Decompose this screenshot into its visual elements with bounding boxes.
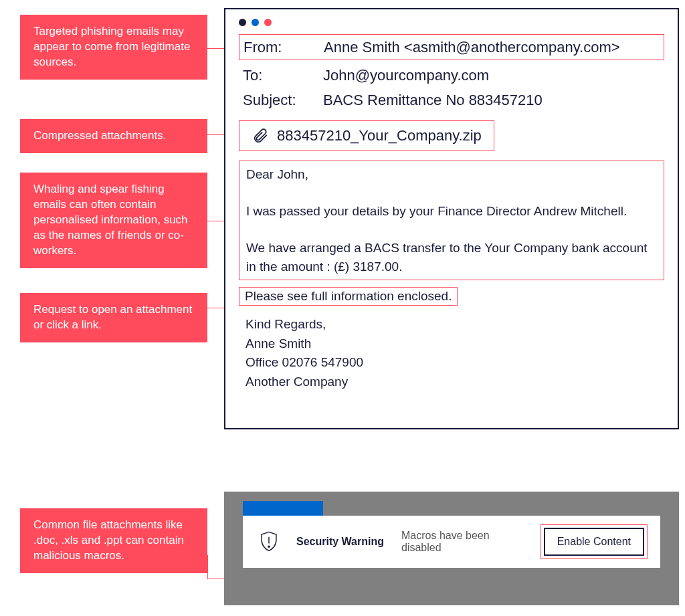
signature-block: Kind Regards, Anne Smith Office 02076 54… <box>239 315 664 391</box>
enable-content-button[interactable]: Enable Content <box>544 528 644 556</box>
macro-warning-window: Security Warning Macros have been disabl… <box>224 492 679 605</box>
callout-text: Common file attachments like .doc, .xls … <box>33 518 184 562</box>
attachment-row[interactable]: 883457210_Your_Company.zip <box>239 120 494 151</box>
to-value: John@yourcompany.com <box>323 64 489 86</box>
signature-phone: Office 02076 547900 <box>246 353 664 373</box>
close-dot-icon <box>239 19 246 26</box>
subject-label: Subject: <box>243 89 323 111</box>
security-warning-message: Macros have been disabled <box>401 530 526 554</box>
macro-tab <box>243 501 323 516</box>
email-window: From: Anne Smith <asmith@anothercompany.… <box>224 8 679 429</box>
body-paragraph-1: I was passed your details by your Financ… <box>246 202 657 221</box>
signature-regards: Kind Regards, <box>246 315 664 334</box>
signature-company: Another Company <box>246 373 664 392</box>
callout-text: Compressed attachments. <box>33 129 166 142</box>
email-body-highlight: Dear John, I was passed your details by … <box>239 161 664 280</box>
signature-name: Anne Smith <box>246 334 664 354</box>
callout-text: Request to open an attachment or click a… <box>33 303 192 331</box>
shield-warning-icon <box>259 530 279 553</box>
body-greeting: Dear John, <box>246 165 657 184</box>
body-request: Please see full information enclosed. <box>245 289 452 303</box>
callout-compressed-attachment: Compressed attachments. <box>20 119 207 153</box>
request-highlight: Please see full information enclosed. <box>239 287 458 306</box>
body-paragraph-2: We have arranged a BACS transfer to the … <box>246 239 657 276</box>
minimize-dot-icon <box>252 19 259 26</box>
from-value: Anne Smith <asmith@anothercompany.com> <box>324 36 620 58</box>
window-controls <box>239 19 664 26</box>
subject-value: BACS Remittance No 883457210 <box>323 89 543 111</box>
callout-text: Targeted phishing emails may appear to c… <box>33 25 190 68</box>
maximize-dot-icon <box>264 19 272 26</box>
subject-row: Subject: BACS Remittance No 883457210 <box>239 88 664 112</box>
callout-open-attachment: Request to open an attachment or click a… <box>20 293 207 342</box>
attachment-filename: 883457210_Your_Company.zip <box>277 127 482 144</box>
to-row: To: John@yourcompany.com <box>239 63 664 88</box>
callout-personalised-info: Whaling and spear fishing emails can oft… <box>20 173 207 268</box>
security-warning-title: Security Warning <box>296 536 384 548</box>
to-label: To: <box>243 64 323 86</box>
enable-content-label: Enable Content <box>557 536 631 547</box>
svg-point-1 <box>268 546 270 547</box>
callout-phishing-source: Targeted phishing emails may appear to c… <box>20 15 207 80</box>
paperclip-icon <box>252 126 269 145</box>
security-warning-bar: Security Warning Macros have been disabl… <box>243 516 660 568</box>
callout-malicious-macros: Common file attachments like .doc, .xls … <box>20 508 207 573</box>
from-row: From: Anne Smith <asmith@anothercompany.… <box>243 36 660 58</box>
from-row-highlight: From: Anne Smith <asmith@anothercompany.… <box>239 34 664 60</box>
from-label: From: <box>243 36 324 58</box>
callout-text: Whaling and spear fishing emails can oft… <box>33 183 188 257</box>
